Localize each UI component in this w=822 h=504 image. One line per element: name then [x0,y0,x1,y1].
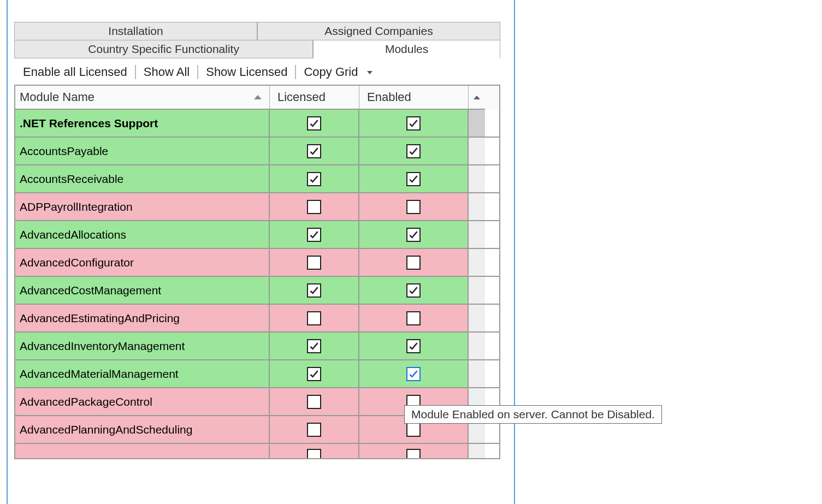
column-header-enabled[interactable]: Enabled [359,86,469,110]
scrollbar-track[interactable] [469,110,485,137]
enabled-cell [359,305,469,331]
scrollbar-track[interactable] [469,305,485,331]
module-name-cell: .NET References Support [15,110,270,137]
table-row[interactable]: AdvancedCostManagement [15,277,499,305]
show-all-button[interactable]: Show All [136,64,197,80]
scrollbar-track[interactable] [469,165,485,192]
chevron-up-icon [474,96,480,99]
enabled-checkbox[interactable] [406,172,421,186]
scrollbar-track[interactable] [469,221,485,248]
enabled-checkbox[interactable] [406,256,421,270]
licensed-cell [270,360,359,387]
tooltip: Module Enabled on server. Cannot be Disa… [404,405,662,424]
licensed-checkbox[interactable] [307,144,321,158]
enabled-cell [359,138,469,164]
scrollbar-track[interactable] [469,444,485,458]
enabled-checkbox[interactable] [406,228,421,242]
scrollbar-track[interactable] [469,193,485,220]
scrollbar-thumb[interactable] [469,110,485,137]
module-name-cell: AccountsPayable [15,138,270,164]
licensed-cell [270,416,359,443]
column-header-licensed[interactable]: Licensed [270,86,359,110]
tab-modules[interactable]: Modules [313,40,500,58]
licensed-cell [270,305,359,331]
enabled-cell [359,360,469,387]
table-row[interactable] [15,444,499,458]
module-name-cell: AdvancedMaterialManagement [15,360,270,387]
module-name-cell: AdvancedAllocations [15,221,270,248]
enabled-checkbox[interactable] [406,144,421,158]
module-name-cell: AdvancedPackageControl [15,388,270,415]
module-name-cell: AdvancedInventoryManagement [15,333,270,359]
licensed-checkbox[interactable] [307,283,321,298]
grid-header: Module Name Licensed Enabled [15,86,499,110]
enabled-cell [359,221,469,248]
licensed-checkbox[interactable] [307,423,321,437]
licensed-checkbox[interactable] [307,449,321,458]
modules-grid: Module Name Licensed Enabled .NET Refere… [14,85,500,459]
enabled-checkbox[interactable] [406,283,421,298]
enabled-cell [359,165,469,192]
module-name-cell: AdvancedEstimatingAndPricing [15,305,270,331]
enabled-cell [359,277,469,304]
chevron-down-icon [367,71,372,74]
enabled-checkbox[interactable] [406,116,421,131]
licensed-cell [270,388,359,415]
enabled-checkbox[interactable] [406,367,421,381]
column-header-label: Module Name [20,90,94,104]
show-licensed-button[interactable]: Show Licensed [198,64,295,80]
table-row[interactable]: AdvancedMaterialManagement [15,360,499,388]
table-row[interactable]: ADPPayrollIntegration [15,193,499,221]
licensed-cell [270,138,359,164]
licensed-checkbox[interactable] [307,116,321,131]
licensed-checkbox[interactable] [307,367,321,381]
licensed-checkbox[interactable] [307,228,321,242]
enable-all-licensed-button[interactable]: Enable all Licensed [15,64,135,80]
licensed-cell [270,221,359,248]
enabled-cell [359,249,469,276]
enabled-cell [359,333,469,359]
table-row[interactable]: AccountsPayable [15,138,499,165]
scrollbar-track[interactable] [469,138,485,164]
enabled-cell [359,110,469,137]
licensed-checkbox[interactable] [307,339,321,353]
table-row[interactable]: AdvancedInventoryManagement [15,333,499,360]
scrollbar-track[interactable] [469,333,485,359]
scroll-up-button[interactable] [469,86,485,110]
licensed-checkbox[interactable] [307,311,321,325]
table-row[interactable]: AdvancedConfigurator [15,249,499,277]
licensed-cell [270,444,359,458]
scrollbar-track[interactable] [469,249,485,276]
module-name-cell: AdvancedCostManagement [15,277,270,304]
enabled-checkbox[interactable] [406,311,421,325]
tab-assigned-companies[interactable]: Assigned Companies [257,22,500,40]
table-row[interactable]: AccountsReceivable [15,165,499,193]
tab-installation[interactable]: Installation [14,22,257,40]
enabled-checkbox[interactable] [406,200,421,214]
toolbar: Enable all Licensed Show All Show Licens… [12,58,502,85]
tab-country-specific[interactable]: Country Specific Functionality [14,40,313,58]
enabled-cell [359,444,469,458]
table-row[interactable]: AdvancedAllocations [15,221,499,249]
licensed-cell [270,333,359,359]
scrollbar-track[interactable] [469,277,485,304]
module-name-cell [15,444,270,458]
licensed-cell [270,165,359,192]
licensed-cell [270,193,359,220]
table-row[interactable]: .NET References Support [15,110,499,138]
scrollbar-track[interactable] [469,360,485,387]
licensed-cell [270,110,359,137]
column-header-module-name[interactable]: Module Name [15,86,270,110]
licensed-cell [270,277,359,304]
licensed-checkbox[interactable] [307,395,321,409]
licensed-checkbox[interactable] [307,256,321,270]
licensed-checkbox[interactable] [307,200,321,214]
copy-grid-button[interactable]: Copy Grid [296,64,380,80]
enabled-checkbox[interactable] [406,449,421,458]
module-name-cell: AdvancedConfigurator [15,249,270,276]
table-row[interactable]: AdvancedEstimatingAndPricing [15,305,499,333]
licensed-checkbox[interactable] [307,172,321,186]
enabled-checkbox[interactable] [406,339,421,353]
enabled-checkbox[interactable] [406,423,421,437]
tab-control: Installation Assigned Companies Country … [12,22,502,58]
